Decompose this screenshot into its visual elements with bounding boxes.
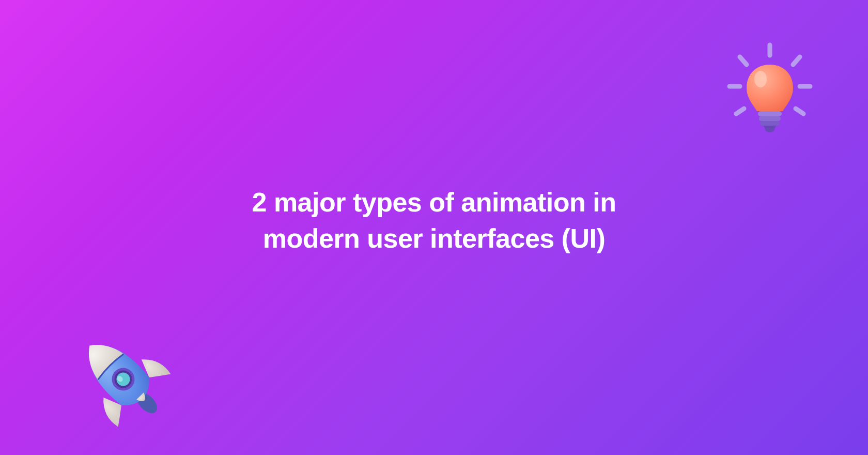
hero-title: 2 major types of animation in modern use… xyxy=(217,184,651,256)
svg-rect-10 xyxy=(760,121,780,126)
lightbulb-icon xyxy=(718,39,822,142)
svg-line-1 xyxy=(740,57,747,65)
svg-point-7 xyxy=(754,71,767,87)
rocket-icon xyxy=(38,294,199,455)
svg-line-2 xyxy=(793,57,800,65)
svg-line-6 xyxy=(796,109,803,114)
svg-rect-8 xyxy=(758,111,782,116)
svg-rect-9 xyxy=(759,116,781,121)
svg-line-5 xyxy=(736,109,744,114)
